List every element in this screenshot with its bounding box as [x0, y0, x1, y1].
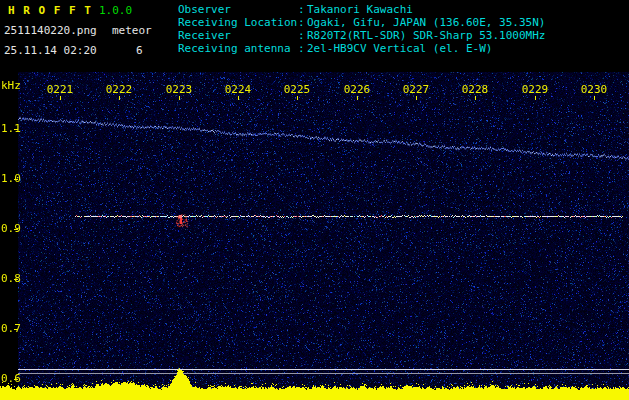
echo-count: 6 [136, 45, 143, 57]
observation-mode: meteor [112, 25, 152, 37]
freq-label: 0.7 [1, 323, 21, 335]
freq-label: 0.9 [1, 223, 21, 235]
info-value: Takanori Kawachi [307, 3, 413, 16]
output-filename: 2511140220.png [4, 25, 97, 37]
info-value: Ogaki, Gifu, JAPAN (136.60E, 35.35N) [307, 16, 545, 29]
info-label: Receiving Location [178, 16, 298, 29]
info-colon: : [298, 29, 307, 42]
info-row-receiver: Receiver : R820T2(RTL-SDR) SDR-Sharp 53.… [178, 29, 545, 42]
info-row-antenna: Receiving antenna : 2el-HB9CV Vertical (… [178, 42, 545, 55]
info-colon: : [298, 3, 307, 16]
freq-axis-unit: kHz [1, 80, 21, 92]
info-row-observer: Observer : Takanori Kawachi [178, 3, 545, 16]
time-label: 0228 [460, 84, 490, 96]
info-label: Receiver [178, 29, 298, 42]
spectrogram-canvas [0, 72, 629, 400]
freq-label: 0.8 [1, 273, 21, 285]
info-colon: : [298, 42, 307, 55]
app-title: H R O F F T [8, 5, 92, 17]
hrofft-output-window: H R O F F T 1.0.0 2511140220.png meteor … [0, 0, 629, 400]
time-label: 0225 [282, 84, 312, 96]
info-value: R820T2(RTL-SDR) SDR-Sharp 53.1000MHz [307, 29, 545, 42]
time-label: 0221 [45, 84, 75, 96]
time-label: 0226 [342, 84, 372, 96]
info-value: 2el-HB9CV Vertical (el. E-W) [307, 42, 492, 55]
info-colon: : [298, 16, 307, 29]
freq-label: 0.6 [1, 373, 21, 385]
time-label: 0223 [164, 84, 194, 96]
freq-label: 1.0 [1, 173, 21, 185]
time-label: 0227 [401, 84, 431, 96]
info-label: Observer [178, 3, 298, 16]
app-version: 1.0.0 [99, 5, 132, 17]
info-label: Receiving antenna [178, 42, 298, 55]
station-info: Observer : Takanori Kawachi Receiving Lo… [178, 3, 545, 55]
freq-label: 1.1 [1, 123, 21, 135]
observation-datetime: 25.11.14 02:20 [4, 45, 97, 57]
time-label: 0230 [579, 84, 609, 96]
info-row-location: Receiving Location : Ogaki, Gifu, JAPAN … [178, 16, 545, 29]
time-label: 0222 [104, 84, 134, 96]
time-label: 0229 [520, 84, 550, 96]
time-label: 0224 [223, 84, 253, 96]
